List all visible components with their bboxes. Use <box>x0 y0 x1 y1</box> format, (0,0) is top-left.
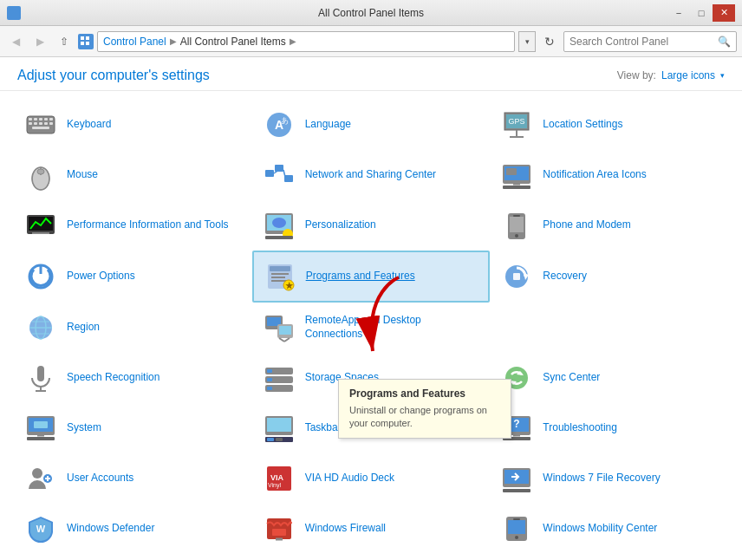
svg-rect-44 <box>32 232 49 234</box>
panel-item-network-sharing[interactable]: Network and Sharing Center <box>252 150 491 200</box>
panel-item-win-update[interactable]: Windows Update <box>14 554 252 560</box>
view-by-label: View by: <box>617 69 656 81</box>
svg-rect-83 <box>267 378 272 381</box>
svg-rect-17 <box>44 122 48 125</box>
panel-item-sync-center[interactable]: Sync Center <box>490 353 728 403</box>
win-mobility-label: Windows Mobility Center <box>543 522 657 536</box>
notification-area-label: Notification Area Icons <box>543 168 646 182</box>
svg-rect-95 <box>267 418 291 432</box>
svg-text:Vinyl: Vinyl <box>268 482 281 489</box>
minimize-button[interactable]: − <box>667 4 690 22</box>
performance-icon <box>23 208 58 243</box>
view-by-arrow-icon[interactable]: ▾ <box>720 71 725 80</box>
panel-item-mouse[interactable]: Mouse <box>14 150 252 200</box>
svg-line-76 <box>284 338 290 342</box>
svg-rect-81 <box>267 369 272 373</box>
view-by-control: View by: Large icons ▾ <box>617 69 725 81</box>
personalization-icon <box>262 208 296 243</box>
panel-item-speech-recognition[interactable]: Speech Recognition <box>14 353 252 403</box>
panel-item-notification-area[interactable]: Notification Area Icons <box>490 150 728 200</box>
win-mobility-icon <box>499 511 534 546</box>
back-button[interactable]: ◀ <box>5 31 26 52</box>
panel-item-troubleshooting[interactable]: ? Troubleshooting <box>490 403 728 453</box>
recovery-icon <box>499 259 534 294</box>
breadcrumb-sep-2: ▶ <box>290 36 296 46</box>
panel-item-programs-features[interactable]: ★ Programs and Features <box>252 251 491 303</box>
user-accounts-label: User Accounts <box>67 472 133 485</box>
panel-item-win-mobility[interactable]: Windows Mobility Center <box>490 504 728 554</box>
via-hd-audio-icon: VIA Vinyl <box>262 461 296 496</box>
panel-item-region[interactable]: Region <box>14 303 252 353</box>
svg-text:VIA: VIA <box>270 473 284 482</box>
svg-rect-3 <box>15 14 19 18</box>
svg-rect-14 <box>29 122 32 125</box>
svg-rect-113 <box>503 489 530 492</box>
win7-recovery-label: Windows 7 File Recovery <box>543 472 660 485</box>
svg-text:?: ? <box>514 418 520 430</box>
svg-rect-59 <box>271 277 285 278</box>
breadcrumb-dropdown[interactable]: ▾ <box>518 31 536 52</box>
network-sharing-icon <box>262 158 296 192</box>
panel-item-via-hd-audio[interactable]: VIA Vinyl VIA HD Audio Deck <box>252 453 491 504</box>
svg-rect-53 <box>513 215 520 217</box>
svg-text:あ: あ <box>280 116 288 125</box>
location-settings-label: Location Settings <box>543 118 622 132</box>
taskbar-label: Taskbar <box>305 421 342 435</box>
performance-label: Performance Information and Tools <box>67 218 229 232</box>
refresh-button[interactable]: ↻ <box>539 31 560 52</box>
window-controls: − □ ✕ <box>667 4 735 22</box>
mouse-icon <box>23 158 58 192</box>
phone-modem-label: Phone and Modem <box>543 218 630 232</box>
panel-item-user-accounts[interactable]: User Accounts <box>14 453 252 504</box>
win-firewall-icon <box>262 511 296 546</box>
region-icon <box>23 310 58 345</box>
svg-point-52 <box>515 234 518 238</box>
panel-item-win-defender[interactable]: W Windows Defender <box>14 504 252 554</box>
svg-point-120 <box>515 536 518 539</box>
breadcrumb-all-items: All Control Panel Items <box>180 36 286 48</box>
up-button[interactable]: ⇧ <box>54 31 75 52</box>
content-area: Keyboard A あ Language <box>0 91 742 560</box>
search-input[interactable] <box>570 36 714 48</box>
panel-item-keyboard[interactable]: Keyboard <box>14 100 252 150</box>
taskbar-icon <box>262 411 296 446</box>
svg-point-104 <box>32 468 42 479</box>
maximize-button[interactable]: □ <box>690 4 713 22</box>
panel-item-system[interactable]: System <box>14 403 252 453</box>
svg-rect-32 <box>265 170 274 177</box>
panel-item-recovery[interactable]: Recovery <box>490 251 728 303</box>
svg-rect-9 <box>29 118 32 120</box>
panel-item-remote-app[interactable]: RemoteApp and Desktop Connections <box>252 303 491 353</box>
keyboard-icon <box>23 107 58 142</box>
tooltip-title: Programs and Features <box>349 387 500 401</box>
svg-rect-65 <box>513 273 520 280</box>
panel-item-personalization[interactable]: Personalization <box>252 200 491 251</box>
view-by-value[interactable]: Large icons <box>661 69 715 81</box>
panel-item-win-firewall[interactable]: Windows Firewall <box>252 504 491 554</box>
panel-item-win7-recovery[interactable]: Windows 7 File Recovery <box>490 453 728 504</box>
forward-button[interactable]: ▶ <box>29 31 50 52</box>
panel-item-location-settings[interactable]: GPS Location Settings <box>490 100 728 150</box>
close-button[interactable]: ✕ <box>713 4 735 22</box>
breadcrumb-control-panel[interactable]: Control Panel <box>103 36 166 48</box>
svg-text:★: ★ <box>284 281 293 290</box>
app-icon <box>7 6 21 20</box>
breadcrumb-sep-1: ▶ <box>170 36 177 46</box>
remote-app-icon <box>262 310 296 345</box>
svg-rect-116 <box>272 529 286 536</box>
svg-rect-97 <box>267 438 274 441</box>
panel-item-phone-modem[interactable]: Phone and Modem <box>490 200 728 251</box>
panel-item-language[interactable]: A あ Language <box>252 100 491 150</box>
svg-rect-77 <box>37 366 44 381</box>
programs-features-tooltip: Programs and Features Uninstall or chang… <box>338 379 511 439</box>
search-icon[interactable]: 🔍 <box>718 36 731 48</box>
svg-rect-7 <box>86 42 89 45</box>
panel-item-performance[interactable]: Performance Information and Tools <box>14 200 252 251</box>
svg-rect-16 <box>39 122 42 125</box>
svg-rect-4 <box>81 36 84 40</box>
breadcrumb-bar[interactable]: Control Panel ▶ All Control Panel Items … <box>97 31 515 52</box>
items-grid: Keyboard A あ Language <box>0 91 742 560</box>
language-label: Language <box>305 118 351 132</box>
region-label: Region <box>67 321 100 335</box>
panel-item-power-options[interactable]: Power Options <box>14 251 252 303</box>
